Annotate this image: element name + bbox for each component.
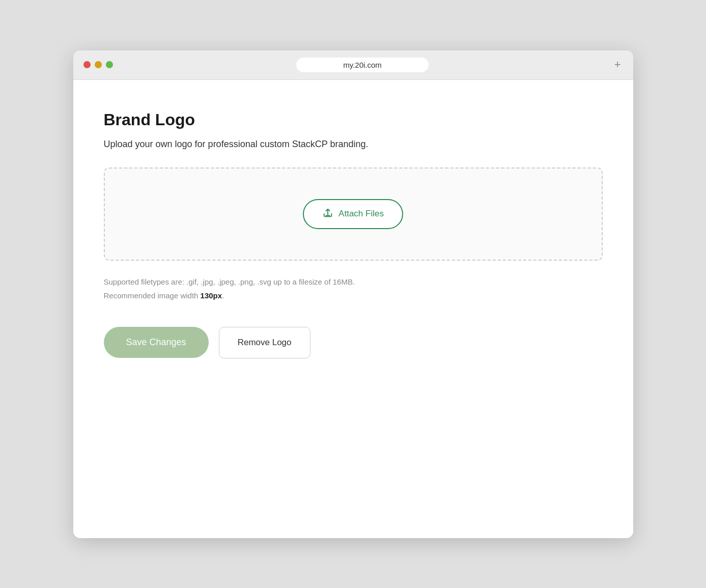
url-display[interactable]: my.20i.com	[296, 58, 429, 72]
attach-files-label: Attach Files	[338, 209, 384, 219]
upload-dropzone[interactable]: Attach Files	[104, 167, 603, 261]
svg-rect-0	[326, 215, 330, 216]
browser-window: my.20i.com + Brand Logo Upload your own …	[73, 50, 633, 538]
file-info-line1: Supported filetypes are: .gif, .jpg, .jp…	[104, 275, 603, 289]
file-info-line2: Recommended image width 130px.	[104, 289, 603, 302]
action-buttons: Save Changes Remove Logo	[104, 327, 603, 358]
page-content: Brand Logo Upload your own logo for prof…	[73, 80, 633, 538]
page-description: Upload your own logo for professional cu…	[104, 137, 603, 151]
file-info: Supported filetypes are: .gif, .jpg, .jp…	[104, 275, 603, 302]
browser-chrome: my.20i.com +	[73, 50, 633, 80]
traffic-lights	[83, 61, 113, 68]
attach-files-button[interactable]: Attach Files	[303, 199, 403, 229]
new-tab-button[interactable]: +	[612, 59, 623, 70]
page-title: Brand Logo	[104, 110, 603, 129]
minimize-button-icon[interactable]	[95, 61, 102, 68]
upload-icon	[322, 207, 333, 221]
remove-logo-button[interactable]: Remove Logo	[219, 327, 310, 358]
maximize-button-icon[interactable]	[106, 61, 113, 68]
close-button-icon[interactable]	[83, 61, 91, 68]
address-bar: my.20i.com	[121, 58, 604, 72]
save-changes-button[interactable]: Save Changes	[104, 327, 209, 358]
